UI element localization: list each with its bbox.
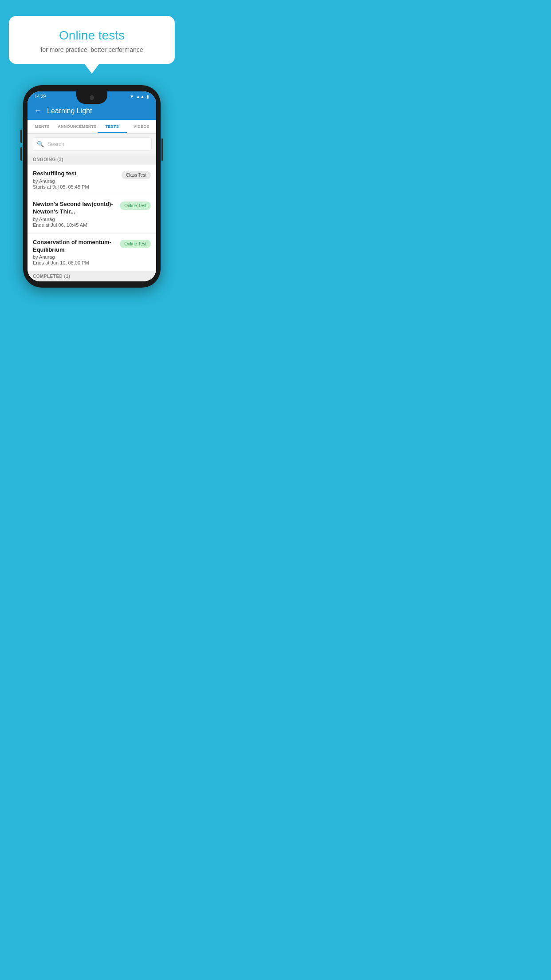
power-button <box>161 138 163 161</box>
badge-class-test: Class Test <box>122 171 151 179</box>
search-bar[interactable]: 🔍 Search <box>32 137 152 151</box>
test-info: Newton's Second law(contd)-Newton's Thir… <box>33 201 116 228</box>
test-date: Ends at Jun 10, 06:00 PM <box>33 260 116 265</box>
test-list: Reshuffling test by Anurag Starts at Jul… <box>28 165 156 271</box>
test-name: Conservation of momentum-Equilibrium <box>33 239 116 254</box>
test-by: by Anurag <box>33 254 116 260</box>
tab-announcements[interactable]: ANNOUNCEMENTS <box>57 120 97 133</box>
test-info: Reshuffling test by Anurag Starts at Jul… <box>33 170 118 190</box>
search-icon: 🔍 <box>37 141 44 147</box>
promo-subtitle: for more practice, better performance <box>23 46 161 53</box>
test-name: Newton's Second law(contd)-Newton's Thir… <box>33 201 116 216</box>
test-date: Starts at Jul 05, 05:45 PM <box>33 184 118 190</box>
app-title: Learning Light <box>47 107 92 115</box>
badge-online-test: Online Test <box>120 202 151 210</box>
wifi-icon: ▼ <box>130 94 134 99</box>
test-by: by Anurag <box>33 178 118 184</box>
test-item-conservation[interactable]: Conservation of momentum-Equilibrium by … <box>28 233 156 272</box>
promo-card: Online tests for more practice, better p… <box>9 16 175 64</box>
search-input[interactable]: Search <box>47 141 64 147</box>
status-bar: 14:29 ▼ ▲▲ ▮ <box>28 91 156 102</box>
test-item-reshuffling[interactable]: Reshuffling test by Anurag Starts at Jul… <box>28 165 156 195</box>
status-time: 14:29 <box>35 94 46 99</box>
ongoing-section-label: ONGOING (3) <box>28 154 156 165</box>
tab-ments[interactable]: MENTS <box>28 120 57 133</box>
camera-lens <box>90 95 94 100</box>
search-section: 🔍 Search <box>28 134 156 154</box>
test-by: by Anurag <box>33 217 116 222</box>
completed-section-label: COMPLETED (1) <box>28 271 156 281</box>
test-date: Ends at Jul 06, 10:45 AM <box>33 222 116 228</box>
app-header: ← Learning Light <box>28 102 156 120</box>
promo-title: Online tests <box>23 28 161 43</box>
phone-mockup: 14:29 ▼ ▲▲ ▮ ← Learning Light MENTS <box>23 85 161 288</box>
signal-icon: ▲▲ <box>136 94 145 99</box>
test-item-newton[interactable]: Newton's Second law(contd)-Newton's Thir… <box>28 195 156 233</box>
tabs-bar: MENTS ANNOUNCEMENTS TESTS VIDEOS <box>28 120 156 134</box>
tab-videos[interactable]: VIDEOS <box>127 120 156 133</box>
volume-down-button <box>20 147 22 161</box>
tab-tests[interactable]: TESTS <box>98 120 127 133</box>
badge-online-test: Online Test <box>120 240 151 248</box>
status-icons: ▼ ▲▲ ▮ <box>130 94 149 99</box>
phone-notch <box>76 91 107 104</box>
test-info: Conservation of momentum-Equilibrium by … <box>33 239 116 266</box>
battery-icon: ▮ <box>146 94 149 99</box>
back-button[interactable]: ← <box>34 106 42 115</box>
test-name: Reshuffling test <box>33 170 118 178</box>
volume-up-button <box>20 130 22 143</box>
